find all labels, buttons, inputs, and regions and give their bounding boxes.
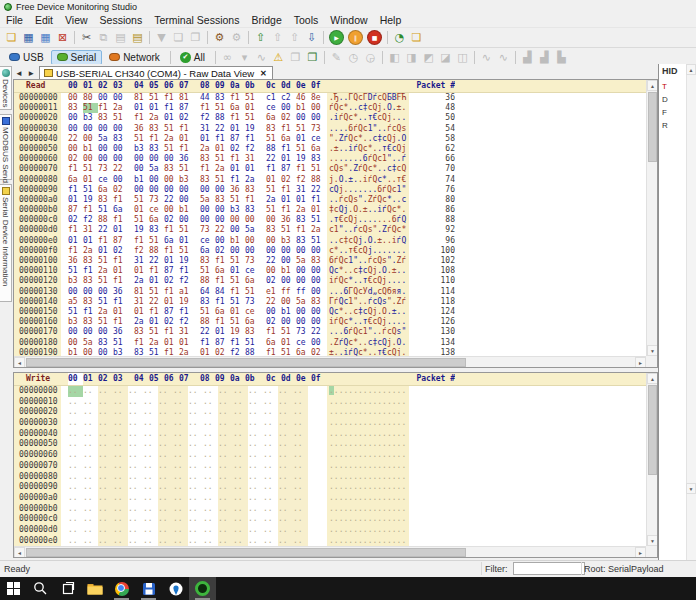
hex-byte[interactable]: 83 <box>311 297 326 307</box>
hex-byte[interactable]: 2a <box>98 266 113 276</box>
write-byte-cell[interactable]: .. <box>218 536 233 547</box>
hex-byte[interactable]: 01 <box>134 205 149 215</box>
write-byte-cell[interactable]: .. <box>263 429 278 440</box>
write-byte-cell[interactable]: .. <box>218 482 233 493</box>
hex-byte[interactable]: 00 <box>68 144 83 154</box>
write-byte-cell[interactable]: .. <box>263 407 278 418</box>
write-byte-cell[interactable]: .. <box>248 450 263 461</box>
write-byte-cell[interactable]: .. <box>143 482 158 493</box>
hex-byte[interactable]: f2 <box>179 276 194 286</box>
hex-byte[interactable]: f1 <box>83 307 98 317</box>
hex-byte[interactable]: f1 <box>266 164 281 174</box>
write-byte-cell[interactable]: .. <box>98 493 113 504</box>
hex-byte[interactable]: 51 <box>311 215 326 225</box>
write-byte-cell[interactable]: .. <box>218 407 233 418</box>
hex-byte[interactable]: 00 <box>164 205 179 215</box>
hex-byte[interactable]: 51 <box>245 93 260 103</box>
hex-byte[interactable]: 00 <box>245 215 260 225</box>
write-byte-cell[interactable]: .. <box>218 472 233 483</box>
tab-close-icon[interactable]: ✕ <box>260 69 267 78</box>
hex-byte[interactable]: 83 <box>200 256 215 266</box>
write-byte-cell[interactable]: .. <box>263 397 278 408</box>
hex-byte[interactable]: 00 <box>281 103 296 113</box>
write-byte-cell[interactable]: .. <box>218 461 233 472</box>
row-ascii[interactable]: с*..т€сQj....... <box>327 246 409 256</box>
row-ascii[interactable]: ѓQс*..с‡сQj.О.±. <box>327 103 409 113</box>
write-byte-cell[interactable]: .. <box>83 504 98 515</box>
write-byte-cell[interactable]: .. <box>113 461 128 472</box>
hex-byte[interactable]: 2a <box>200 144 215 154</box>
hex-byte[interactable]: 6a <box>68 175 83 185</box>
hex-byte[interactable]: 83 <box>215 93 230 103</box>
hex-byte[interactable]: 51 <box>179 246 194 256</box>
hex-byte[interactable]: 01 <box>68 236 83 246</box>
hex-byte[interactable]: 6a <box>98 185 113 195</box>
write-byte-cell[interactable]: .. <box>278 461 293 472</box>
write-byte-cell[interactable]: .. <box>173 397 188 408</box>
hex-byte[interactable]: 00 <box>179 185 194 195</box>
hex-byte[interactable]: f1 <box>113 215 128 225</box>
row-ascii[interactable]: сQs".ZѓQс*..с‡сQ <box>327 164 409 174</box>
write-byte-cell[interactable]: .. <box>248 407 263 418</box>
hex-byte[interactable]: f1 <box>164 327 179 337</box>
hex-byte[interactable]: 2a <box>164 134 179 144</box>
scroll-right-icon[interactable]: ► <box>635 357 646 368</box>
hex-byte[interactable]: 00 <box>245 246 260 256</box>
write-byte-cell[interactable]: .. <box>218 429 233 440</box>
write-byte-cell[interactable]: .. <box>293 514 308 525</box>
hex-byte[interactable]: 01 <box>215 327 230 337</box>
find-next-icon[interactable]: ❐ <box>187 30 204 45</box>
hex-byte[interactable]: f1 <box>230 287 245 297</box>
hex-byte[interactable]: 51 <box>149 236 164 246</box>
hex-byte[interactable]: 00 <box>134 185 149 195</box>
window-green-icon[interactable]: ❐ <box>304 50 321 65</box>
start-button[interactable] <box>0 577 27 600</box>
scroll-thumb[interactable] <box>26 548 466 557</box>
hex-byte[interactable]: b1 <box>281 266 296 276</box>
write-byte-cell[interactable]: .. <box>293 525 308 536</box>
write-byte-cell[interactable]: .. <box>68 397 83 408</box>
hex-byte[interactable]: 00 <box>83 134 98 144</box>
hex-byte[interactable]: 81 <box>134 287 149 297</box>
write-byte-cell[interactable]: .. <box>188 514 203 525</box>
write-byte-cell[interactable]: .. <box>248 418 263 429</box>
hex-byte[interactable]: 01 <box>179 134 194 144</box>
hex-byte[interactable]: f1 <box>113 276 128 286</box>
hex-byte[interactable]: 01 <box>215 144 230 154</box>
hex-byte[interactable]: 51 <box>83 164 98 174</box>
hex-byte[interactable]: 22 <box>68 134 83 144</box>
write-byte-cell[interactable]: .. <box>98 439 113 450</box>
hex-byte[interactable]: f1 <box>98 236 113 246</box>
hex-byte[interactable]: 81 <box>134 93 149 103</box>
hex-byte[interactable]: 87 <box>164 307 179 317</box>
hex-byte[interactable]: 00 <box>311 317 326 327</box>
hex-byte[interactable]: 00 <box>311 287 326 297</box>
hex-byte[interactable]: 22 <box>98 225 113 235</box>
write-byte-cell[interactable]: .. <box>293 482 308 493</box>
write-byte-cell[interactable]: .. <box>293 407 308 418</box>
write-byte-cell[interactable]: .. <box>203 407 218 418</box>
hex-byte[interactable]: 6a <box>149 215 164 225</box>
paste-new-icon[interactable]: ▤ <box>129 30 146 45</box>
row-ascii[interactable]: ................ <box>327 407 409 418</box>
write-byte-cell[interactable]: .. <box>248 397 263 408</box>
row-ascii[interactable]: ...6ЃQсЎd„сQбяя. <box>327 287 409 297</box>
hex-byte[interactable]: 6a <box>200 246 215 256</box>
write-byte-cell[interactable]: .. <box>203 418 218 429</box>
write-byte-cell[interactable]: .. <box>68 514 83 525</box>
hex-byte[interactable]: 83 <box>83 256 98 266</box>
hex-byte[interactable]: 00 <box>281 297 296 307</box>
hex-byte[interactable]: b3 <box>179 175 194 185</box>
write-byte-cell[interactable]: .. <box>173 386 188 397</box>
write-byte-cell[interactable]: .. <box>278 418 293 429</box>
row-ascii[interactable]: ................ <box>327 439 409 450</box>
hex-byte[interactable]: 5a <box>149 164 164 174</box>
hex-byte[interactable]: 01 <box>230 164 245 174</box>
row-ascii[interactable]: ................ <box>327 536 409 547</box>
hex-byte[interactable]: 87 <box>68 205 83 215</box>
hex-byte[interactable]: 01 <box>179 236 194 246</box>
hex-byte[interactable]: f1 <box>134 236 149 246</box>
hex-byte[interactable]: 51 <box>245 113 260 123</box>
hex-byte[interactable]: 00 <box>245 236 260 246</box>
hex-byte[interactable]: 51 <box>134 195 149 205</box>
